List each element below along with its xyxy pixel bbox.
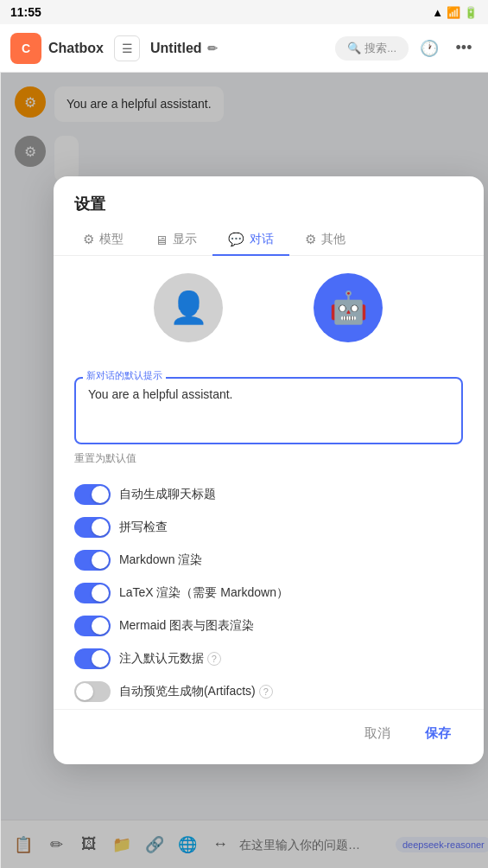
modal-body: 👤 🤖 新对话的默认提示 重置为默认值 [54,256,484,709]
signal-icon: 📶 [447,6,460,19]
toggle-inject-meta[interactable] [74,648,111,669]
user-avatar: 👤 [154,273,223,342]
modal-title: 设置 [54,176,484,214]
field-label: 新对话的默认提示 [83,369,166,382]
modal-overlay[interactable]: 设置 ⚙ 模型 🖥 显示 💬 对话 [1,73,488,868]
app-logo: C [10,33,41,64]
reset-link[interactable]: 重置为默认值 [74,451,136,466]
toggle-label-inject-meta: 注入默认元数据? [119,651,463,667]
bot-avatar-icon: 🤖 [329,290,368,326]
wifi-icon: ▲ [432,6,443,19]
history-icon: 🕐 [420,39,439,58]
sidebar-toggle-button[interactable]: ☰ [114,35,140,61]
model-tab-icon: ⚙ [83,232,94,247]
toggle-row-markdown: Markdown 渲染 [74,544,463,577]
app-name: Chatbox [48,41,104,56]
cancel-button[interactable]: 取消 [352,720,402,747]
toggle-label-spell-check: 拼写检查 [119,520,463,535]
toggle-spell-check[interactable] [74,517,111,538]
search-button[interactable]: 🔍 搜索... [335,36,409,61]
toggle-markdown[interactable] [74,550,111,571]
more-icon: ••• [456,39,472,57]
chat-tab-label: 对话 [250,232,274,247]
chat-tab-icon: 💬 [228,232,244,247]
toggle-row-spell-check: 拼写检查 [74,511,463,544]
toggle-row-mermaid: Mermaid 图表与图表渲染 [74,610,463,642]
header-title: Untitled ✏ [150,41,218,56]
status-bar: 11:55 ▲ 📶 🔋 [0,0,488,24]
display-tab-label: 显示 [173,232,197,247]
app-header: C Chatbox ☰ Untitled ✏ 🔍 搜索... 🕐 ••• [0,24,488,73]
right-panel: ⚙ You are a helpful assistant. ⚙ 📋 ✏ 🖼 📁… [1,73,488,868]
search-icon: 🔍 [347,41,361,54]
tab-chat[interactable]: 💬 对话 [212,225,289,256]
save-button[interactable]: 保存 [413,720,463,747]
toggle-row-artifacts: 自动预览生成物(Artifacts)? [74,675,463,708]
modal-tabs: ⚙ 模型 🖥 显示 💬 对话 ⚙ 其他 [54,214,484,256]
bot-avatar: 🤖 [314,273,383,342]
search-label: 搜索... [364,41,396,56]
toggle-label-auto-title: 自动生成聊天标题 [119,487,463,502]
tab-other[interactable]: ⚙ 其他 [289,225,361,256]
model-tab-label: 模型 [99,232,124,247]
toggle-row-auto-title: 自动生成聊天标题 [74,478,463,511]
toggle-auto-title[interactable] [74,484,111,505]
tab-model[interactable]: ⚙ 模型 [67,225,139,256]
settings-modal: 设置 ⚙ 模型 🖥 显示 💬 对话 [54,176,484,764]
status-time: 11:55 [10,5,41,19]
toggle-row-inject-meta: 注入默认元数据? [74,642,463,675]
field-wrapper [74,377,463,444]
header-title-text: Untitled [150,41,202,56]
edit-title-icon[interactable]: ✏ [207,41,218,55]
user-avatar-icon: 👤 [169,290,208,326]
toggle-latex[interactable] [74,583,111,603]
other-tab-label: 其他 [321,232,345,247]
toggle-row-latex: LaTeX 渲染（需要 Markdown） [74,577,463,610]
status-icons: ▲ 📶 🔋 [432,6,478,19]
more-button[interactable]: ••• [450,35,478,62]
display-tab-icon: 🖥 [155,233,168,247]
system-prompt-input[interactable] [88,387,449,431]
toggle-label-latex: LaTeX 渲染（需要 Markdown） [119,585,463,601]
toggle-label-artifacts: 自动预览生成物(Artifacts)? [119,684,463,699]
help-icon-artifacts[interactable]: ? [259,685,273,699]
avatar-row: 👤 🤖 [74,273,463,342]
tab-display[interactable]: 🖥 显示 [139,225,212,256]
history-button[interactable]: 🕐 [415,35,443,62]
battery-icon: 🔋 [464,6,478,19]
main-content: 对话 💬 Just chat ★ 💬 Markdown 101 (… ★ 👤 🤖… [0,73,488,868]
toggle-artifacts[interactable] [74,681,111,702]
other-tab-icon: ⚙ [305,232,316,247]
toggle-list: 自动生成聊天标题拼写检查Markdown 渲染LaTeX 渲染（需要 Markd… [74,478,463,709]
toggle-label-markdown: Markdown 渲染 [119,552,463,568]
help-icon-inject-meta[interactable]: ? [207,652,221,666]
toggle-label-mermaid: Mermaid 图表与图表渲染 [119,618,463,634]
modal-footer: 取消 保存 [54,709,484,764]
toggle-mermaid[interactable] [74,616,111,636]
